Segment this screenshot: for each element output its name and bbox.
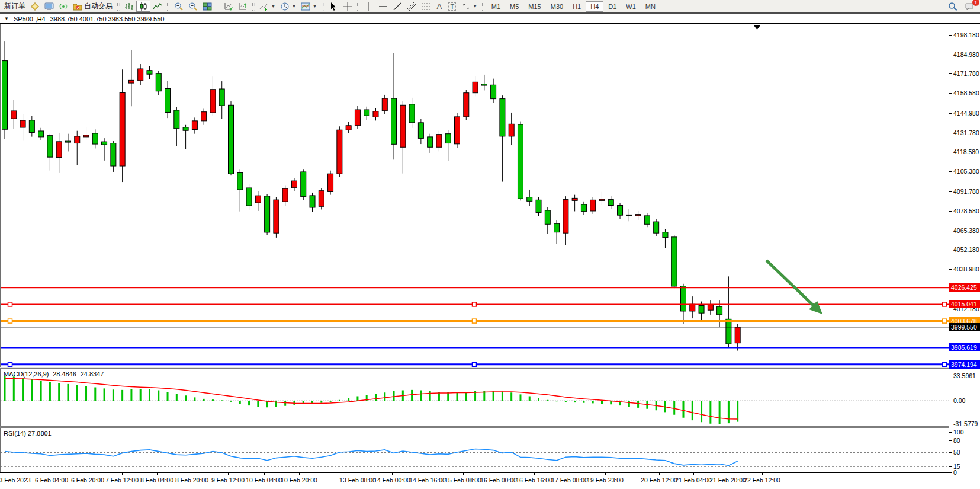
one-click-expand-icon[interactable]: ▼ xyxy=(4,16,9,21)
candle xyxy=(644,213,650,228)
candle xyxy=(282,186,288,206)
candle xyxy=(590,197,596,214)
timeframe-button-H1[interactable]: H1 xyxy=(568,1,586,12)
fibonacci-icon xyxy=(421,2,430,11)
zoom-in-button[interactable] xyxy=(172,1,186,12)
axis-tick xyxy=(949,424,952,424)
dropdown-caret-icon: ▼ xyxy=(271,4,275,8)
trend-arrow[interactable] xyxy=(766,260,815,308)
text-label-button[interactable]: T xyxy=(446,1,459,12)
candle-body-up xyxy=(56,142,62,158)
fibonacci-button[interactable] xyxy=(419,1,433,12)
arrows-button[interactable]: ▼ xyxy=(459,1,480,12)
macd-histogram-bar xyxy=(592,401,594,403)
timeframe-button-MN[interactable]: MN xyxy=(641,1,660,12)
candle xyxy=(65,134,70,152)
candle xyxy=(47,134,53,171)
chart-shift-marker-icon[interactable] xyxy=(754,25,760,30)
price-axis[interactable]: 4198.1804184.9804171.7804158.5804144.980… xyxy=(949,24,980,481)
line-drag-handle[interactable] xyxy=(473,362,477,366)
candle-body-up xyxy=(138,69,143,81)
timeframe-button-M15[interactable]: M15 xyxy=(523,1,545,12)
candle xyxy=(128,50,134,106)
search-button[interactable] xyxy=(946,1,960,12)
notifications-button[interactable]: 1 xyxy=(962,1,976,12)
price-chart-pane[interactable] xyxy=(0,24,949,367)
candle xyxy=(464,90,469,120)
periods-button[interactable]: ▼ xyxy=(278,1,298,12)
candle xyxy=(518,122,523,201)
templates-button[interactable]: ▼ xyxy=(298,1,319,12)
zoom-out-button[interactable] xyxy=(186,1,200,12)
cursor-icon xyxy=(329,2,338,11)
candle xyxy=(201,108,207,124)
candle xyxy=(255,191,261,210)
current-price-axis-label: 3999.550 xyxy=(949,323,980,331)
indicators-button[interactable]: ▼ xyxy=(257,1,278,12)
candle-body-down xyxy=(38,131,44,137)
candle xyxy=(473,76,478,96)
candle-body-up xyxy=(282,188,288,202)
line-drag-handle[interactable] xyxy=(473,319,477,323)
time-tick xyxy=(392,473,393,475)
candle-body-up xyxy=(291,181,297,188)
line-drag-handle[interactable] xyxy=(943,319,947,323)
candlestick-chart-button[interactable] xyxy=(136,1,150,12)
line-drag-handle[interactable] xyxy=(943,302,947,306)
chart-ohlc-values: 3988.750 4001.750 3983.550 3999.550 xyxy=(50,15,165,23)
trendline-button[interactable] xyxy=(390,1,404,12)
text-button[interactable]: A xyxy=(433,1,446,12)
time-axis[interactable]: 3 Feb 20236 Feb 04:006 Feb 20:007 Feb 12… xyxy=(0,472,949,489)
timeframe-button-W1[interactable]: W1 xyxy=(621,1,641,12)
bar-chart-button[interactable] xyxy=(122,1,136,12)
candle xyxy=(581,202,586,215)
macd-histogram-bar xyxy=(221,400,223,401)
candle-body-up xyxy=(75,136,80,143)
macd-histogram-bar xyxy=(538,398,539,401)
timeframe-button-H4[interactable]: H4 xyxy=(586,1,603,12)
macd-histogram-bar xyxy=(510,392,512,401)
macd-indicator-pane[interactable]: MACD(12,26,9) -28.4846 -24.8347 xyxy=(0,369,949,426)
strategy-tester-icon[interactable] xyxy=(56,1,70,12)
timeframe-button-M30[interactable]: M30 xyxy=(546,1,568,12)
candle xyxy=(229,101,234,175)
line-chart-button[interactable] xyxy=(150,1,165,12)
time-tick-label: 8 Feb 04:00 xyxy=(140,477,173,484)
candle-body-up xyxy=(255,196,261,203)
macd-histogram-bar xyxy=(339,400,340,401)
timeframe-button-M5[interactable]: M5 xyxy=(505,1,523,12)
macd-histogram-bar xyxy=(330,401,332,402)
equidistant-channel-button[interactable] xyxy=(404,1,419,12)
candle-body-up xyxy=(120,92,125,166)
macd-histogram-bar xyxy=(40,381,42,401)
candle xyxy=(563,196,568,245)
line-drag-handle[interactable] xyxy=(8,362,12,366)
macd-histogram-bar xyxy=(502,391,503,401)
line-drag-handle[interactable] xyxy=(943,362,947,366)
auto-trading-button[interactable]: 自动交易 xyxy=(70,1,115,12)
candle xyxy=(120,69,125,182)
chart-shift-button[interactable] xyxy=(236,1,250,12)
new-order-button[interactable]: 新订单 xyxy=(2,1,28,12)
line-drag-handle[interactable] xyxy=(8,319,12,323)
crosshair-button[interactable] xyxy=(340,1,355,12)
timeframe-button-M1[interactable]: M1 xyxy=(487,1,505,12)
line-drag-handle[interactable] xyxy=(8,302,12,306)
rsi-indicator-pane[interactable]: RSI(14) 27.8801 xyxy=(0,428,949,472)
macd-histogram-bar xyxy=(185,395,187,401)
toolbar-grip xyxy=(357,2,359,11)
candle-body-down xyxy=(491,85,496,98)
line-drag-handle[interactable] xyxy=(473,302,477,306)
candle xyxy=(183,125,188,149)
metaeditor-icon[interactable] xyxy=(28,1,42,12)
candle-body-down xyxy=(527,197,532,202)
horizontal-line-button[interactable] xyxy=(376,1,390,12)
terminal-panel-icon[interactable] xyxy=(42,1,56,12)
vertical-line-button[interactable] xyxy=(362,1,376,12)
timeframe-button-D1[interactable]: D1 xyxy=(603,1,621,12)
level-price-axis-label: 4026.425 xyxy=(949,283,980,292)
cursor-button[interactable] xyxy=(326,1,340,12)
auto-scroll-button[interactable] xyxy=(221,1,236,12)
macd-histogram-bar xyxy=(709,401,711,424)
tile-windows-button[interactable] xyxy=(200,1,214,12)
